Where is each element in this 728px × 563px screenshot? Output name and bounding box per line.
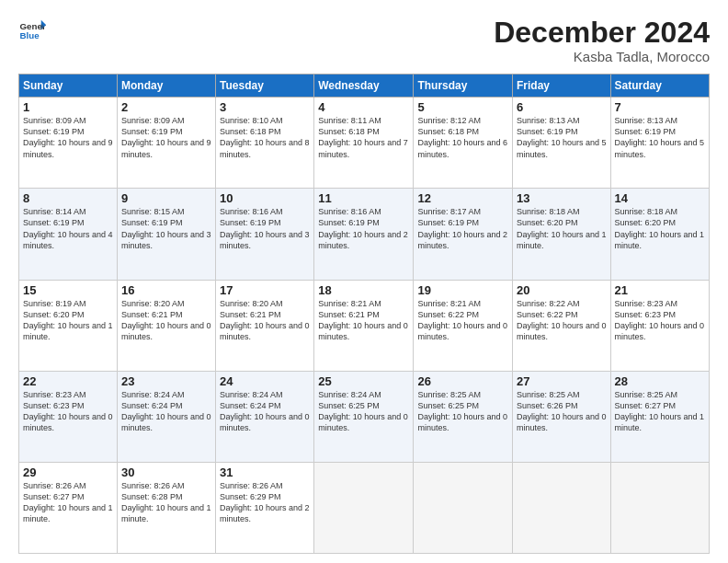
day-info: Sunrise: 8:17 AMSunset: 6:19 PMDaylight:… <box>417 206 508 251</box>
calendar-cell <box>512 462 610 553</box>
day-info: Sunrise: 8:09 AMSunset: 6:19 PMDaylight:… <box>23 115 113 160</box>
day-info: Sunrise: 8:14 AMSunset: 6:19 PMDaylight:… <box>23 206 113 251</box>
col-saturday: Saturday <box>610 75 709 98</box>
day-info: Sunrise: 8:16 AMSunset: 6:19 PMDaylight:… <box>220 206 310 251</box>
calendar-cell <box>610 462 709 553</box>
calendar-cell: 31Sunrise: 8:26 AMSunset: 6:29 PMDayligh… <box>216 462 314 553</box>
day-number: 3 <box>220 100 310 114</box>
day-info: Sunrise: 8:19 AMSunset: 6:20 PMDaylight:… <box>23 298 113 343</box>
col-wednesday: Wednesday <box>314 75 414 98</box>
calendar-cell: 4Sunrise: 8:11 AMSunset: 6:18 PMDaylight… <box>314 98 414 189</box>
day-number: 11 <box>318 191 409 205</box>
calendar-week-row: 1Sunrise: 8:09 AMSunset: 6:19 PMDaylight… <box>19 98 710 189</box>
calendar-cell: 6Sunrise: 8:13 AMSunset: 6:19 PMDaylight… <box>512 98 610 189</box>
day-number: 22 <box>23 374 113 388</box>
day-info: Sunrise: 8:24 AMSunset: 6:24 PMDaylight:… <box>121 389 211 434</box>
day-number: 12 <box>417 191 508 205</box>
day-number: 19 <box>417 283 508 297</box>
main-title: December 2024 <box>494 17 710 49</box>
subtitle: Kasba Tadla, Morocco <box>494 49 710 64</box>
day-number: 31 <box>220 465 310 479</box>
col-monday: Monday <box>117 75 215 98</box>
day-number: 8 <box>23 191 113 205</box>
day-info: Sunrise: 8:25 AMSunset: 6:27 PMDaylight:… <box>615 389 705 434</box>
day-info: Sunrise: 8:23 AMSunset: 6:23 PMDaylight:… <box>23 389 113 434</box>
day-number: 4 <box>318 100 409 114</box>
day-number: 9 <box>121 191 211 205</box>
calendar-cell: 30Sunrise: 8:26 AMSunset: 6:28 PMDayligh… <box>117 462 215 553</box>
calendar-week-row: 15Sunrise: 8:19 AMSunset: 6:20 PMDayligh… <box>19 280 710 371</box>
day-number: 25 <box>318 374 409 388</box>
calendar-cell <box>314 462 414 553</box>
calendar-cell: 28Sunrise: 8:25 AMSunset: 6:27 PMDayligh… <box>610 371 709 462</box>
day-info: Sunrise: 8:26 AMSunset: 6:29 PMDaylight:… <box>220 480 310 525</box>
day-number: 10 <box>220 191 310 205</box>
calendar-cell: 11Sunrise: 8:16 AMSunset: 6:19 PMDayligh… <box>314 189 414 280</box>
calendar-cell: 5Sunrise: 8:12 AMSunset: 6:18 PMDaylight… <box>414 98 513 189</box>
col-friday: Friday <box>512 75 610 98</box>
day-number: 28 <box>615 374 705 388</box>
day-info: Sunrise: 8:18 AMSunset: 6:20 PMDaylight:… <box>517 206 607 251</box>
day-number: 23 <box>121 374 211 388</box>
calendar-cell: 25Sunrise: 8:24 AMSunset: 6:25 PMDayligh… <box>314 371 414 462</box>
calendar-cell: 16Sunrise: 8:20 AMSunset: 6:21 PMDayligh… <box>117 280 215 371</box>
calendar-cell: 14Sunrise: 8:18 AMSunset: 6:20 PMDayligh… <box>610 189 709 280</box>
day-info: Sunrise: 8:24 AMSunset: 6:24 PMDaylight:… <box>220 389 310 434</box>
day-info: Sunrise: 8:26 AMSunset: 6:27 PMDaylight:… <box>23 480 113 525</box>
day-info: Sunrise: 8:25 AMSunset: 6:26 PMDaylight:… <box>517 389 607 434</box>
day-number: 21 <box>615 283 705 297</box>
calendar-cell: 26Sunrise: 8:25 AMSunset: 6:25 PMDayligh… <box>414 371 513 462</box>
day-number: 15 <box>23 283 113 297</box>
calendar-cell: 29Sunrise: 8:26 AMSunset: 6:27 PMDayligh… <box>19 462 118 553</box>
day-info: Sunrise: 8:16 AMSunset: 6:19 PMDaylight:… <box>318 206 409 251</box>
page: General Blue December 2024 Kasba Tadla, … <box>0 0 728 563</box>
day-info: Sunrise: 8:21 AMSunset: 6:21 PMDaylight:… <box>318 298 409 343</box>
calendar-week-row: 22Sunrise: 8:23 AMSunset: 6:23 PMDayligh… <box>19 371 710 462</box>
day-number: 13 <box>517 191 607 205</box>
col-sunday: Sunday <box>19 75 118 98</box>
day-info: Sunrise: 8:25 AMSunset: 6:25 PMDaylight:… <box>417 389 508 434</box>
day-info: Sunrise: 8:20 AMSunset: 6:21 PMDaylight:… <box>121 298 211 343</box>
calendar-cell: 7Sunrise: 8:13 AMSunset: 6:19 PMDaylight… <box>610 98 709 189</box>
day-info: Sunrise: 8:22 AMSunset: 6:22 PMDaylight:… <box>517 298 607 343</box>
calendar-cell: 24Sunrise: 8:24 AMSunset: 6:24 PMDayligh… <box>216 371 314 462</box>
calendar-cell: 19Sunrise: 8:21 AMSunset: 6:22 PMDayligh… <box>414 280 513 371</box>
calendar-cell: 22Sunrise: 8:23 AMSunset: 6:23 PMDayligh… <box>19 371 118 462</box>
calendar-cell: 9Sunrise: 8:15 AMSunset: 6:19 PMDaylight… <box>117 189 215 280</box>
svg-text:Blue: Blue <box>20 30 40 40</box>
day-number: 30 <box>121 465 211 479</box>
day-number: 7 <box>615 100 705 114</box>
calendar-cell: 12Sunrise: 8:17 AMSunset: 6:19 PMDayligh… <box>414 189 513 280</box>
calendar-cell: 8Sunrise: 8:14 AMSunset: 6:19 PMDaylight… <box>19 189 118 280</box>
day-number: 2 <box>121 100 211 114</box>
day-info: Sunrise: 8:13 AMSunset: 6:19 PMDaylight:… <box>615 115 705 160</box>
calendar-week-row: 29Sunrise: 8:26 AMSunset: 6:27 PMDayligh… <box>19 462 710 553</box>
day-info: Sunrise: 8:20 AMSunset: 6:21 PMDaylight:… <box>220 298 310 343</box>
day-number: 27 <box>517 374 607 388</box>
day-number: 17 <box>220 283 310 297</box>
day-info: Sunrise: 8:21 AMSunset: 6:22 PMDaylight:… <box>417 298 508 343</box>
day-info: Sunrise: 8:13 AMSunset: 6:19 PMDaylight:… <box>517 115 607 160</box>
day-info: Sunrise: 8:26 AMSunset: 6:28 PMDaylight:… <box>121 480 211 525</box>
day-number: 1 <box>23 100 113 114</box>
header-row: Sunday Monday Tuesday Wednesday Thursday… <box>19 75 710 98</box>
day-number: 16 <box>121 283 211 297</box>
calendar-table: Sunday Monday Tuesday Wednesday Thursday… <box>18 74 710 554</box>
logo: General Blue <box>18 17 46 44</box>
day-info: Sunrise: 8:12 AMSunset: 6:18 PMDaylight:… <box>417 115 508 160</box>
calendar-cell: 23Sunrise: 8:24 AMSunset: 6:24 PMDayligh… <box>117 371 215 462</box>
calendar-week-row: 8Sunrise: 8:14 AMSunset: 6:19 PMDaylight… <box>19 189 710 280</box>
general-blue-logo-icon: General Blue <box>18 17 46 44</box>
calendar-cell: 20Sunrise: 8:22 AMSunset: 6:22 PMDayligh… <box>512 280 610 371</box>
calendar-cell: 27Sunrise: 8:25 AMSunset: 6:26 PMDayligh… <box>512 371 610 462</box>
day-info: Sunrise: 8:24 AMSunset: 6:25 PMDaylight:… <box>318 389 409 434</box>
day-number: 20 <box>517 283 607 297</box>
calendar-cell: 18Sunrise: 8:21 AMSunset: 6:21 PMDayligh… <box>314 280 414 371</box>
calendar-cell: 10Sunrise: 8:16 AMSunset: 6:19 PMDayligh… <box>216 189 314 280</box>
header: General Blue December 2024 Kasba Tadla, … <box>18 17 710 64</box>
day-number: 24 <box>220 374 310 388</box>
day-info: Sunrise: 8:18 AMSunset: 6:20 PMDaylight:… <box>615 206 705 251</box>
col-tuesday: Tuesday <box>216 75 314 98</box>
day-number: 5 <box>417 100 508 114</box>
calendar-cell: 2Sunrise: 8:09 AMSunset: 6:19 PMDaylight… <box>117 98 215 189</box>
